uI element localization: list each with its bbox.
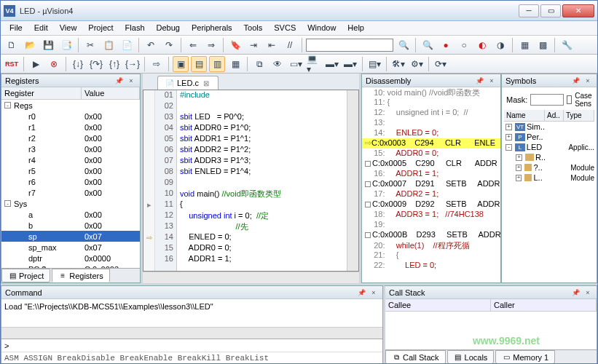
step-in-icon[interactable]: {↓}	[70, 56, 86, 72]
menu-help[interactable]: Help	[342, 21, 370, 35]
update-icon[interactable]: ⟳▾	[433, 56, 449, 72]
serial-window-icon[interactable]: 💻▾	[306, 56, 322, 72]
menu-peripherals[interactable]: Peripherals	[186, 21, 238, 35]
editor-scrollbar-v[interactable]	[347, 90, 358, 271]
register-row[interactable]: r30x00	[1, 143, 140, 154]
tree-expand-icon[interactable]: +	[505, 124, 512, 130]
undo-icon[interactable]: ↶	[143, 37, 159, 53]
outdent-icon[interactable]: ⇤	[264, 37, 280, 53]
tree-expand-icon[interactable]: -	[4, 200, 11, 207]
save-all-icon[interactable]: 📑	[58, 37, 74, 53]
bp-next-icon[interactable]: ◑	[492, 37, 508, 53]
paste-icon[interactable]: 📄	[119, 37, 135, 53]
menu-file[interactable]: File	[4, 21, 28, 35]
find-icon[interactable]: 🔍	[396, 37, 412, 53]
register-row[interactable]: sp_max0x07	[1, 242, 140, 253]
pin-icon[interactable]: 📌	[570, 76, 581, 86]
callstack-window-icon[interactable]: ⧉	[251, 56, 267, 72]
command-output[interactable]: Load "E:\\Projects\\KDB-MCS51\\Examples\…	[1, 299, 382, 327]
sym-hdr-addr[interactable]: Ad..	[545, 110, 564, 121]
save-icon[interactable]: 💾	[40, 37, 56, 53]
panel-close-icon[interactable]: ×	[583, 76, 593, 86]
minimize-button[interactable]: ─	[519, 4, 539, 17]
command-input[interactable]	[12, 341, 379, 350]
call-hdr-callee[interactable]: Callee	[385, 299, 491, 311]
step-over-icon[interactable]: {↷}	[88, 56, 104, 72]
tree-expand-icon[interactable]: +	[505, 134, 512, 141]
tab-locals[interactable]: ▤Locals	[447, 350, 495, 364]
symbols-window-icon[interactable]: ▥	[209, 56, 225, 72]
registers-window-icon[interactable]: ▦	[227, 56, 243, 72]
case-sens-checkbox[interactable]	[567, 95, 572, 104]
editor-tab-led[interactable]: 📄LED.c⊠	[157, 76, 219, 90]
tab-memory1[interactable]: ▭Memory 1	[495, 350, 555, 364]
register-row[interactable]: sp0x07	[1, 231, 140, 242]
menu-view[interactable]: View	[54, 21, 83, 35]
config-icon[interactable]: 🔧	[559, 37, 575, 53]
menu-svcs[interactable]: SVCS	[268, 21, 302, 35]
tree-expand-icon[interactable]: -	[505, 144, 512, 151]
reg-header-register[interactable]: Register	[1, 87, 82, 99]
menu-tools[interactable]: Tools	[238, 21, 269, 35]
register-row[interactable]: r50x00	[1, 165, 140, 176]
indent-icon[interactable]: ⇥	[245, 37, 261, 53]
register-row[interactable]: r20x00	[1, 132, 140, 143]
tab-callstack[interactable]: ⧉Call Stack	[385, 350, 446, 364]
tree-expand-icon[interactable]: -	[4, 102, 11, 108]
trace-window-icon[interactable]: ▬▾	[342, 56, 358, 72]
window2-icon[interactable]: ▩	[535, 37, 551, 53]
comment-icon[interactable]: //	[282, 37, 298, 53]
menu-window[interactable]: Window	[302, 21, 342, 35]
register-row[interactable]: r40x00	[1, 154, 140, 165]
panel-close-icon[interactable]: ×	[369, 288, 379, 298]
editor-scrollbar-h[interactable]	[143, 272, 359, 283]
pin-icon[interactable]: 📌	[114, 76, 124, 86]
tab-project[interactable]: ▤Project	[1, 269, 50, 282]
code-editor[interactable]: #includesbit LED = P0^0;sbit ADDR0 = P1^…	[177, 90, 347, 271]
new-file-icon[interactable]: 🗋	[4, 37, 20, 53]
sym-hdr-name[interactable]: Name	[504, 110, 545, 121]
open-file-icon[interactable]: 📂	[22, 37, 38, 53]
register-row[interactable]: b0x00	[1, 220, 140, 231]
watch-window-icon[interactable]: 👁	[270, 56, 286, 72]
analysis-window-icon[interactable]: ▬▾	[324, 56, 340, 72]
redo-icon[interactable]: ↷	[161, 37, 177, 53]
register-row[interactable]: r70x00	[1, 187, 140, 198]
mask-input[interactable]	[530, 94, 564, 106]
tree-expand-icon[interactable]: +	[516, 165, 522, 171]
debug-settings-icon[interactable]: ⚙▾	[409, 56, 425, 72]
pin-icon[interactable]: 📌	[356, 288, 366, 298]
sym-hdr-type[interactable]: Type	[564, 110, 594, 121]
symbol-row[interactable]: +R..	[504, 152, 594, 162]
panel-close-icon[interactable]: ×	[583, 288, 593, 298]
symbol-row[interactable]: +?..Module	[504, 162, 594, 173]
stop-icon[interactable]: ⊗	[46, 56, 62, 72]
disassembly-view[interactable]: 10: void main() //void即函数类 11: { 12: uns…	[362, 87, 500, 282]
find-combo[interactable]	[306, 39, 393, 52]
symbol-row[interactable]: +L..Module	[504, 173, 594, 183]
register-row[interactable]: r10x00	[1, 122, 140, 132]
cmd-scrollbar-h[interactable]	[1, 327, 382, 339]
register-row[interactable]: r00x00	[1, 111, 140, 122]
symbol-row[interactable]: +VTSim..	[504, 122, 594, 132]
tab-close-icon[interactable]: ⊠	[202, 79, 211, 87]
register-row[interactable]: -Sys	[1, 198, 140, 209]
disasm-window-icon[interactable]: ▤	[191, 56, 207, 72]
maximize-button[interactable]: ▭	[540, 4, 561, 17]
back-icon[interactable]: ⇐	[185, 37, 201, 53]
cmd-window-icon[interactable]: ▣	[173, 56, 189, 72]
bp-disable-icon[interactable]: ○	[456, 37, 472, 53]
menu-flash[interactable]: Flash	[119, 21, 151, 35]
reset-icon[interactable]: RST	[4, 56, 20, 72]
bookmark-icon[interactable]: 🔖	[227, 37, 243, 53]
memory-window-icon[interactable]: ▭▾	[288, 56, 304, 72]
menu-project[interactable]: Project	[82, 21, 119, 35]
cut-icon[interactable]: ✂	[82, 37, 98, 53]
forward-icon[interactable]: ⇒	[203, 37, 219, 53]
show-next-icon[interactable]: ⇨	[149, 56, 165, 72]
call-hdr-caller[interactable]: Caller	[491, 299, 597, 311]
breakpoint-icon[interactable]: ●	[438, 37, 454, 53]
tab-registers[interactable]: ≡Registers	[52, 269, 109, 282]
window1-icon[interactable]: ▦	[516, 37, 532, 53]
panel-close-icon[interactable]: ×	[126, 76, 136, 86]
